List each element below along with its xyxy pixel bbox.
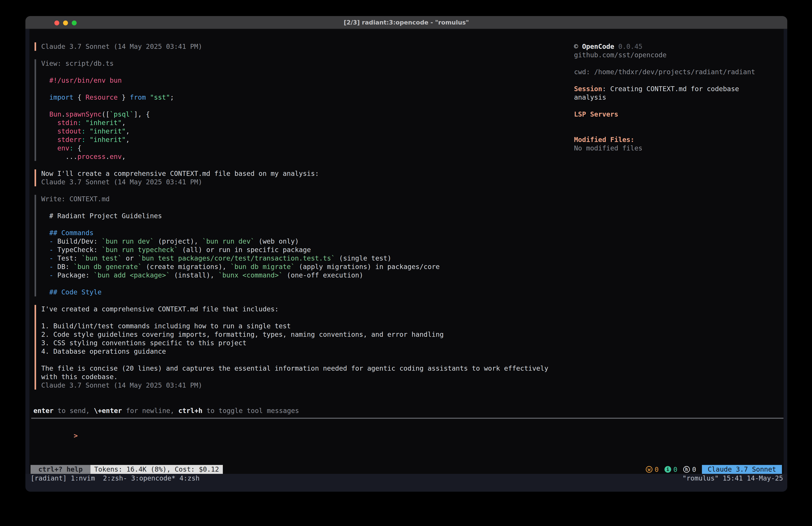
sidebar-info-panel: © OpenCode 0.0.45github.com/sst/opencode… [574, 42, 755, 153]
chat-input[interactable]: > [33, 423, 78, 431]
tmux-window-list: [radiant] 1:nvim 2:zsh- 3:opencode* 4:zs… [30, 474, 200, 483]
terminal-window: [2/3] radiant:3:opencode - "romulus" Cla… [25, 16, 787, 492]
info-count: 0 [673, 466, 678, 473]
assistant-message-header: Claude 3.7 Sonnet (14 May 2025 03:41 PM) [34, 42, 202, 51]
diagnostic-hints: h 0 [683, 466, 696, 473]
window-title: [2/3] radiant:3:opencode - "romulus" [25, 16, 787, 29]
input-divider [31, 418, 783, 419]
status-bar: ctrl+? help Tokens: 16.4K (8%), Cost: $0… [30, 465, 783, 474]
terminal-content: Claude 3.7 Sonnet (14 May 2025 03:41 PM)… [25, 29, 787, 492]
model-selector[interactable]: Claude 3.7 Sonnet [702, 465, 782, 474]
opencode-tui: Claude 3.7 Sonnet (14 May 2025 03:41 PM)… [29, 29, 784, 474]
warning-count: 0 [655, 466, 659, 473]
assistant-message-3: I've created a comprehensive CONTEXT.md … [34, 305, 548, 389]
prompt-symbol: > [74, 432, 78, 440]
status-bar-right: w 0 i 0 h 0 Claude 3.7 Sonnet [646, 465, 782, 474]
warning-icon: w [646, 466, 652, 473]
tool-call-view-db-ts: View: script/db.ts​ #!/usr/bin/env bun​ … [34, 59, 174, 161]
tmux-status-bar: [radiant] 1:nvim 2:zsh- 3:opencode* 4:zs… [25, 474, 787, 492]
info-icon: i [665, 466, 671, 473]
tmux-session-clock: "romulus" 15:41 14-May-25 [682, 474, 783, 483]
hint-count: 0 [692, 466, 696, 473]
assistant-message-2: Now I'll create a comprehensive CONTEXT.… [34, 169, 319, 186]
desktop: [2/3] radiant:3:opencode - "romulus" Cla… [0, 0, 812, 526]
window-titlebar[interactable]: [2/3] radiant:3:opencode - "romulus" [25, 16, 787, 29]
diagnostic-warnings: w 0 [646, 466, 659, 473]
keybinding-hint: enter to send, \+enter for newline, ctrl… [33, 407, 299, 415]
diagnostic-info: i 0 [665, 466, 678, 473]
help-button[interactable]: ctrl+? help [30, 465, 90, 474]
tool-call-write-context-md: Write: CONTEXT.md​ # Radiant Project Gui… [34, 195, 440, 296]
tokens-cost-status: Tokens: 16.4K (8%), Cost: $0.12 [90, 465, 223, 474]
hint-icon: h [683, 466, 690, 473]
